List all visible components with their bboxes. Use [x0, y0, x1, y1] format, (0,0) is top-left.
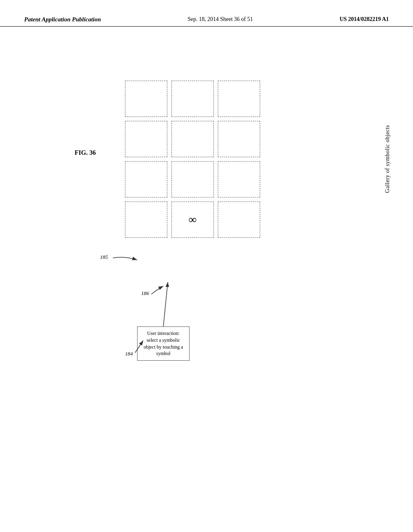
- grid-cell-1-3: [218, 81, 260, 117]
- ref-185-label: 185: [100, 254, 108, 260]
- grid-cell-1-2: [171, 81, 214, 117]
- ref-186-label: 186: [141, 290, 149, 297]
- sheet-info: Sep. 18, 2014 Sheet 36 of 51: [188, 16, 253, 23]
- grid-cell-1-1: [125, 81, 167, 117]
- grid-cell-3-2: [171, 161, 214, 197]
- grid-cell-3-3: [218, 161, 260, 197]
- symbol-grid: ∞: [125, 81, 282, 238]
- figure-label: FIG. 36: [75, 149, 96, 156]
- grid-cell-2-2: [171, 121, 214, 157]
- svg-line-1: [163, 282, 168, 326]
- grid-cell-3-1: [125, 161, 167, 197]
- diagram-area: ∞: [113, 81, 282, 238]
- interaction-box: User interaction: select a symbolic obje…: [137, 326, 190, 361]
- grid-cell-4-2-symbol: ∞: [171, 202, 214, 238]
- grid-cell-2-1: [125, 121, 167, 157]
- interaction-text: User interaction: select a symbolic obje…: [144, 330, 183, 356]
- gallery-label: Gallery of symbolic objects: [384, 125, 391, 193]
- page-header: Patent Application Publication Sep. 18, …: [0, 16, 413, 27]
- grid-cell-4-1: [125, 202, 167, 238]
- arrows-overlay: [0, 0, 413, 532]
- publication-title: Patent Application Publication: [24, 16, 101, 23]
- grid-cell-2-3: [218, 121, 260, 157]
- patent-number: US 2014/0282219 A1: [340, 16, 389, 23]
- ref-184-label: 184: [125, 351, 133, 357]
- grid-cell-4-3: [218, 202, 260, 238]
